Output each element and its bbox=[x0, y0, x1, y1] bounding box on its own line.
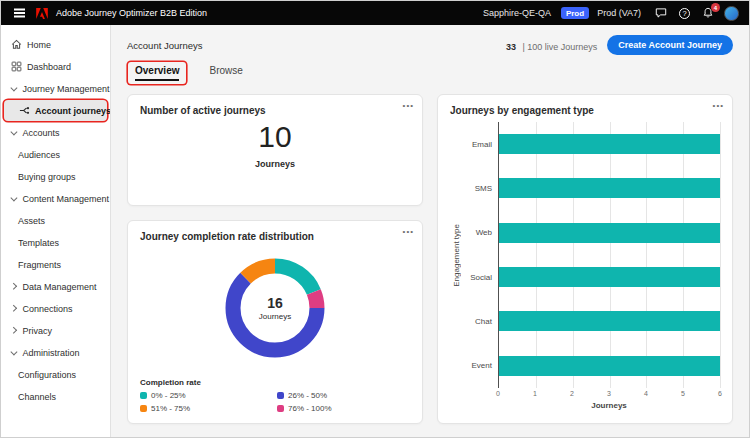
x-tick-5: 5 bbox=[681, 390, 685, 397]
hamburger-icon bbox=[14, 12, 25, 13]
category-label-event: Event bbox=[462, 344, 498, 388]
sidebar-item-account-journeys[interactable]: Account journeys bbox=[4, 100, 107, 121]
more-menu-icon[interactable]: ••• bbox=[403, 101, 414, 110]
category-label-sms: SMS bbox=[462, 166, 498, 210]
completion-donut-chart: 16 Journeys bbox=[219, 252, 331, 364]
sidebar-item-label: Templates bbox=[18, 238, 59, 248]
sidebar-item-journey-management[interactable]: Journey Management bbox=[4, 78, 107, 99]
chevron-right-icon bbox=[10, 327, 16, 333]
home-icon bbox=[10, 39, 22, 50]
help-glyph: ? bbox=[679, 8, 690, 19]
sidebar-item-label: Connections bbox=[23, 304, 73, 314]
avatar[interactable] bbox=[724, 6, 739, 21]
legend-swatch bbox=[140, 392, 147, 399]
sidebar-item-fragments[interactable]: Fragments bbox=[4, 254, 107, 275]
help-icon[interactable]: ? bbox=[677, 8, 692, 19]
legend-title: Completion rate bbox=[140, 378, 410, 387]
sidebar-item-content-management[interactable]: Content Management bbox=[4, 188, 107, 209]
legend-label: 76% - 100% bbox=[288, 404, 332, 413]
sidebar-item-assets[interactable]: Assets bbox=[4, 210, 107, 231]
legend-label: 51% - 75% bbox=[151, 404, 190, 413]
legend-item-51-75: 51% - 75% bbox=[140, 404, 273, 413]
sidebar-item-label: Account journeys bbox=[35, 106, 111, 116]
legend-swatch bbox=[277, 405, 284, 412]
chevron-right-icon bbox=[10, 305, 16, 311]
bar-email bbox=[499, 134, 720, 154]
bar-row-social bbox=[499, 255, 720, 299]
notification-badge: 4 bbox=[711, 3, 720, 12]
sidebar-item-templates[interactable]: Templates bbox=[4, 232, 107, 253]
active-journeys-value: 10 bbox=[140, 122, 410, 152]
sidebar-item-label: Administration bbox=[23, 348, 80, 358]
bar-chat bbox=[499, 311, 720, 331]
x-tick-2: 2 bbox=[570, 390, 574, 397]
app-title: Adobe Journey Optimizer B2B Edition bbox=[56, 8, 207, 18]
sidebar-item-label: Channels bbox=[18, 392, 56, 402]
tab-overview[interactable]: Overview bbox=[128, 62, 186, 84]
sidebar-item-configurations[interactable]: Configurations bbox=[4, 364, 107, 385]
sidebar-item-buying-groups[interactable]: Buying groups bbox=[4, 166, 107, 187]
more-menu-icon[interactable]: ••• bbox=[713, 101, 724, 110]
legend-label: 26% - 50% bbox=[288, 391, 327, 400]
feedback-icon[interactable] bbox=[653, 7, 669, 19]
sidebar-item-privacy[interactable]: Privacy bbox=[4, 320, 107, 341]
sidebar-item-label: Dashboard bbox=[27, 62, 71, 72]
active-journeys-card: Number of active journeys ••• 10 Journey… bbox=[127, 94, 423, 206]
sidebar-item-label: Audiences bbox=[18, 150, 60, 160]
bell-icon[interactable]: 4 bbox=[700, 7, 716, 19]
card-title: Journey completion rate distribution bbox=[140, 231, 410, 242]
tab-browse[interactable]: Browse bbox=[202, 62, 249, 84]
bar-row-chat bbox=[499, 299, 720, 343]
sidebar-item-label: Fragments bbox=[18, 260, 61, 270]
sidebar-item-label: Configurations bbox=[18, 370, 76, 380]
category-label-chat: Chat bbox=[462, 299, 498, 343]
sidebar-item-dashboard[interactable]: Dashboard bbox=[4, 56, 107, 77]
env-badge: Prod bbox=[561, 7, 589, 19]
tabs: Overview Browse bbox=[127, 61, 733, 85]
sidebar-item-label: Data Management bbox=[23, 282, 97, 292]
bar-web bbox=[499, 223, 720, 243]
chevron-down-icon bbox=[11, 349, 17, 355]
category-label-web: Web bbox=[462, 211, 498, 255]
dashboard-icon bbox=[10, 61, 22, 72]
sidebar-item-accounts[interactable]: Accounts bbox=[4, 122, 107, 143]
sidebar-item-label: Journey Management bbox=[23, 84, 110, 94]
legend-item-76-100: 76% - 100% bbox=[277, 404, 410, 413]
x-tick-3: 3 bbox=[607, 390, 611, 397]
legend-item-0-25: 0% - 25% bbox=[140, 391, 273, 400]
y-axis-label: Engagement type bbox=[452, 224, 461, 287]
app-window: Adobe Journey Optimizer B2B Edition Sapp… bbox=[0, 0, 750, 438]
bar-social bbox=[499, 267, 720, 287]
x-axis-label: Journeys bbox=[498, 401, 720, 413]
x-tick-0: 0 bbox=[496, 390, 500, 397]
legend-swatch bbox=[140, 405, 147, 412]
sidebar-item-audiences[interactable]: Audiences bbox=[4, 144, 107, 165]
x-tick-6: 6 bbox=[718, 390, 722, 397]
bar-sms bbox=[499, 178, 720, 198]
chevron-right-icon bbox=[10, 283, 16, 289]
sidebar-item-administration[interactable]: Administration bbox=[4, 342, 107, 363]
page-title: Account Journeys bbox=[127, 40, 203, 51]
x-tick-1: 1 bbox=[533, 390, 537, 397]
sidebar-item-connections[interactable]: Connections bbox=[4, 298, 107, 319]
topbar: Adobe Journey Optimizer B2B Edition Sapp… bbox=[1, 1, 749, 25]
sidebar-item-label: Accounts bbox=[23, 128, 60, 138]
sidebar-item-label: Home bbox=[27, 40, 51, 50]
sidebar-item-channels[interactable]: Channels bbox=[4, 386, 107, 407]
sidebar-item-home[interactable]: Home bbox=[4, 34, 107, 55]
page-header: Account Journeys 33 | 100 live Journeys … bbox=[127, 34, 733, 56]
chevron-down-icon bbox=[11, 129, 17, 135]
menu-icon[interactable] bbox=[11, 12, 28, 13]
bar-row-email bbox=[499, 122, 720, 166]
create-account-journey-button[interactable]: Create Account Journey bbox=[607, 35, 733, 55]
bar-row-event bbox=[499, 344, 720, 388]
category-label-email: Email bbox=[462, 122, 498, 166]
sidebar-item-data-management[interactable]: Data Management bbox=[4, 276, 107, 297]
bar-row-web bbox=[499, 211, 720, 255]
org-switcher[interactable]: Sapphire-QE-QA bbox=[483, 8, 551, 18]
legend-label: 0% - 25% bbox=[151, 391, 186, 400]
sidebar: HomeDashboardJourney ManagementAccount j… bbox=[1, 25, 111, 437]
more-menu-icon[interactable]: ••• bbox=[403, 227, 414, 236]
card-title: Number of active journeys bbox=[140, 105, 410, 116]
live-count: 33 bbox=[506, 42, 516, 52]
